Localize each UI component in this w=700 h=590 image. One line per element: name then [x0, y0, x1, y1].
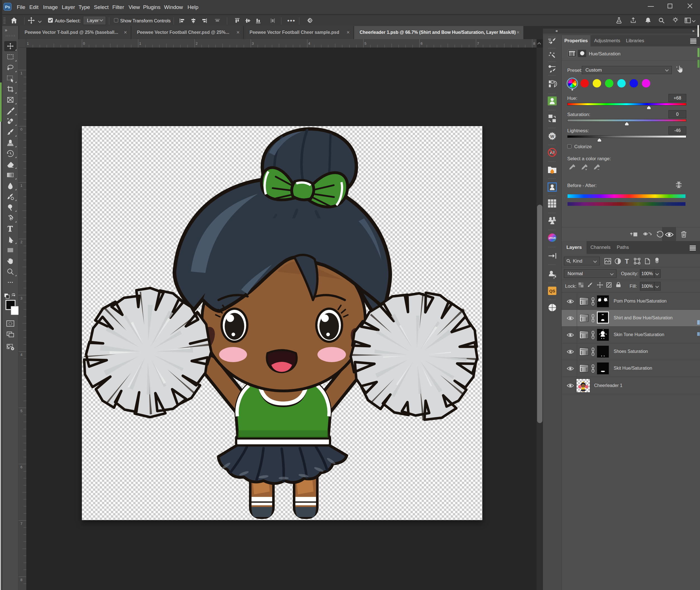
svg-text:sRGB: sRGB: [549, 236, 556, 239]
svg-text:W: W: [550, 134, 554, 139]
svg-text:QS: QS: [549, 289, 555, 293]
